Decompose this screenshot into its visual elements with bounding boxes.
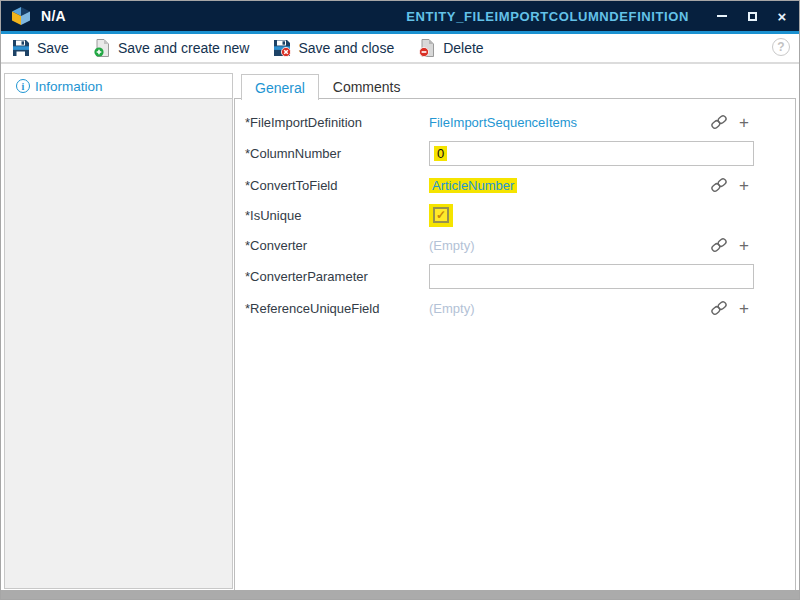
save-button[interactable]: Save [8, 36, 72, 60]
field-label: *Converter [245, 238, 429, 253]
field-row-converterparameter: *ConverterParameter [245, 260, 795, 293]
field-label: *ConvertToField [245, 178, 429, 193]
maximize-icon[interactable] [745, 9, 759, 23]
sidebar-item-information[interactable]: i Information [4, 73, 233, 99]
delete-button[interactable]: Delete [414, 36, 486, 60]
tab-bar: General Comments [241, 74, 415, 99]
sidebar-panel [4, 99, 233, 589]
toolbar: Save Save and create new [1, 34, 799, 64]
checkmark-icon: ✓ [436, 208, 446, 222]
field-label: *FileImportDefinition [245, 115, 429, 130]
field-row-fileimportdefinition: *FileImportDefinition FileImportSequence… [245, 107, 795, 137]
link-record-icon[interactable] [710, 113, 728, 131]
window-bottom-edge [1, 590, 799, 599]
fileimportdefinition-value-link[interactable]: FileImportSequenceItems [429, 115, 577, 130]
help-icon[interactable]: ? [772, 38, 790, 56]
add-record-icon[interactable]: + [739, 300, 749, 317]
add-record-icon[interactable]: + [739, 114, 749, 131]
isunique-highlight: ✓ [429, 204, 453, 227]
columnnumber-value: 0 [434, 146, 447, 161]
save-button-label: Save [37, 40, 69, 56]
add-record-icon[interactable]: + [739, 237, 749, 254]
field-label: *ColumnNumber [245, 146, 429, 161]
save-close-icon [272, 38, 292, 58]
minimize-icon[interactable] [715, 9, 729, 23]
field-row-columnnumber: *ColumnNumber 0 [245, 137, 795, 170]
referenceuniquefield-value[interactable]: (Empty) [429, 301, 475, 316]
delete-button-label: Delete [443, 40, 483, 56]
sidebar-item-label: Information [35, 79, 103, 94]
close-icon[interactable]: × [775, 9, 789, 23]
field-row-isunique: *IsUnique ✓ [245, 200, 795, 230]
save-and-create-new-button[interactable]: Save and create new [89, 36, 253, 60]
save-and-create-new-button-label: Save and create new [118, 40, 250, 56]
field-row-referenceuniquefield: *ReferenceUniqueField (Empty) + [245, 293, 795, 323]
info-icon: i [16, 79, 30, 93]
tab-comments[interactable]: Comments [319, 74, 415, 99]
app-window: N/A ENTITY_FILEIMPORTCOLUMNDEFINITION × … [0, 0, 800, 600]
window-controls: × [715, 9, 789, 23]
isunique-checkbox[interactable]: ✓ [433, 207, 449, 223]
field-row-converttofield: *ConvertToField ArticleNumber + [245, 170, 795, 200]
field-label: *ConverterParameter [245, 269, 429, 284]
delete-icon [417, 38, 437, 58]
add-record-icon[interactable]: + [739, 177, 749, 194]
save-and-close-button[interactable]: Save and close [269, 36, 397, 60]
save-create-new-icon [92, 38, 112, 58]
converter-value[interactable]: (Empty) [429, 238, 475, 253]
save-icon [11, 38, 31, 58]
link-record-icon[interactable] [710, 236, 728, 254]
converttofield-value-link[interactable]: ArticleNumber [429, 178, 517, 193]
field-label: *ReferenceUniqueField [245, 301, 429, 316]
link-record-icon[interactable] [710, 176, 728, 194]
general-tab-panel: *FileImportDefinition FileImportSequence… [234, 98, 796, 591]
link-record-icon[interactable] [710, 299, 728, 317]
tab-general[interactable]: General [241, 74, 319, 100]
titlebar: N/A ENTITY_FILEIMPORTCOLUMNDEFINITION × [1, 1, 799, 31]
entity-form: *FileImportDefinition FileImportSequence… [235, 99, 795, 323]
app-label: N/A [41, 8, 66, 24]
field-row-converter: *Converter (Empty) + [245, 230, 795, 260]
field-label: *IsUnique [245, 208, 429, 223]
save-and-close-button-label: Save and close [298, 40, 394, 56]
columnnumber-input[interactable]: 0 [429, 141, 754, 166]
entity-title: ENTITY_FILEIMPORTCOLUMNDEFINITION [406, 9, 689, 24]
converterparameter-input[interactable] [429, 264, 754, 289]
app-logo-icon [11, 6, 31, 26]
